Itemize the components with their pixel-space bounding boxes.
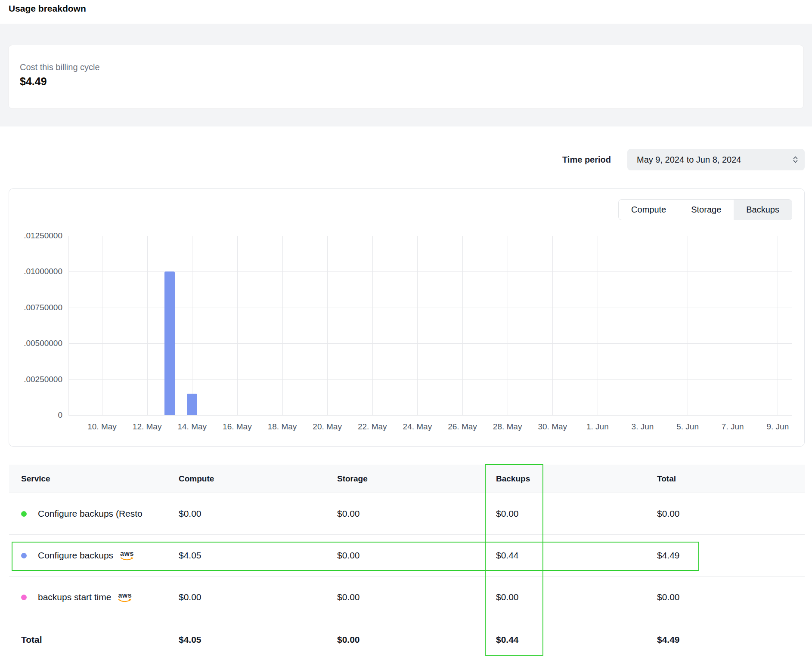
table-row-configure-backups: Configure backups aws $4.05 $0.00 $0.44 … [9, 534, 805, 576]
service-color-dot [21, 595, 27, 600]
chart-bar[interactable] [187, 394, 197, 415]
x-axis-tick-label: 14. May [177, 422, 207, 432]
x-axis-tick-label: 18. May [268, 422, 297, 432]
aws-smile-arrow-icon [118, 599, 131, 603]
x-axis-tick-label: 30. May [538, 422, 567, 432]
tab-group: Compute Storage Backups [618, 199, 792, 220]
h-gridline [68, 379, 792, 380]
h-gridline [68, 236, 792, 236]
x-axis-tick-label: 26. May [448, 422, 477, 432]
x-axis-tick-label: 10. May [87, 422, 117, 432]
select-updown-icon [792, 155, 799, 164]
chart-metric-tabs: Compute Storage Backups [21, 199, 792, 220]
header-backups: Backups [496, 474, 657, 484]
total-row-label: Total [9, 635, 179, 645]
y-axis-tick-label: .00750000 [24, 303, 62, 312]
header-compute: Compute [179, 474, 337, 484]
service-name: Configure backups (Resto [38, 509, 143, 519]
usage-table: Service Compute Storage Backups Total Co… [9, 465, 805, 661]
total-value: $0.00 [657, 592, 805, 602]
x-axis-tick-label: 22. May [358, 422, 387, 432]
total-value: $0.00 [657, 509, 805, 519]
v-gridline [778, 236, 778, 415]
x-axis-tick-label: 28. May [493, 422, 522, 432]
table-total-row: Total $4.05 $0.00 $0.44 $4.49 [9, 618, 805, 661]
x-axis-tick-label: 3. Jun [632, 422, 654, 432]
x-axis-tick-label: 5. Jun [676, 422, 699, 432]
cost-cycle-value: $4.49 [20, 75, 792, 88]
v-gridline [372, 236, 373, 415]
chart-y-axis: .01250000.01000000.00750000.00500000.002… [21, 236, 68, 415]
x-axis-tick-label: 24. May [403, 422, 432, 432]
cost-cycle-label: Cost this billing cycle [20, 62, 792, 72]
h-gridline [68, 308, 792, 308]
storage-value: $0.00 [337, 509, 496, 519]
total-compute: $4.05 [179, 635, 337, 645]
table-row-backups-start-time: backups start time aws $0.00 $0.00 $0.00… [9, 576, 805, 618]
v-gridline [733, 236, 733, 415]
header-total: Total [657, 474, 805, 484]
compute-value: $4.05 [179, 550, 337, 561]
h-gridline [68, 343, 792, 344]
backups-value: $0.44 [496, 550, 657, 561]
v-gridline [282, 236, 283, 415]
x-axis-tick-label: 9. Jun [766, 422, 789, 432]
y-axis-tick-label: .01000000 [24, 267, 62, 276]
header-storage: Storage [337, 474, 496, 484]
service-color-dot [21, 553, 27, 558]
tab-storage[interactable]: Storage [679, 200, 734, 220]
v-gridline [643, 236, 643, 415]
storage-value: $0.00 [337, 592, 496, 602]
usage-breakdown-page: Usage breakdown Cost this billing cycle … [0, 3, 812, 661]
header-service: Service [9, 474, 179, 484]
v-gridline [192, 236, 192, 415]
plot-left-edge-line [68, 236, 69, 415]
tab-compute[interactable]: Compute [619, 200, 679, 220]
total-total: $4.49 [657, 635, 805, 645]
usage-chart-card: Compute Storage Backups .01250000.010000… [9, 188, 805, 447]
x-axis-tick-label: 16. May [223, 422, 252, 432]
time-period-select[interactable]: May 9, 2024 to Jun 8, 2024 [627, 149, 805, 170]
aws-icon: aws [120, 550, 134, 561]
chart-plot [68, 236, 792, 415]
backups-value: $0.00 [496, 592, 657, 602]
total-storage: $0.00 [337, 635, 496, 645]
v-gridline [237, 236, 238, 415]
v-gridline [327, 236, 328, 415]
x-axis-tick-label: 12. May [133, 422, 162, 432]
y-axis-tick-label: .01250000 [24, 231, 62, 240]
v-gridline [508, 236, 508, 415]
y-axis-tick-label: .00500000 [24, 339, 62, 348]
aws-icon: aws [118, 592, 132, 603]
v-gridline [417, 236, 418, 415]
table-header-row: Service Compute Storage Backups Total [9, 465, 805, 493]
h-gridline [68, 271, 792, 272]
billing-summary-band: Cost this billing cycle $4.49 [0, 24, 812, 126]
tab-backups[interactable]: Backups [734, 200, 792, 220]
storage-value: $0.00 [337, 550, 496, 561]
time-period-value: May 9, 2024 to Jun 8, 2024 [637, 155, 792, 165]
usage-bar-chart: .01250000.01000000.00750000.00500000.002… [21, 236, 792, 415]
compute-value: $0.00 [179, 509, 337, 519]
service-color-dot [21, 511, 27, 517]
x-axis-tick-label: 1. Jun [586, 422, 609, 432]
billing-summary-card: Cost this billing cycle $4.49 [8, 45, 804, 109]
v-gridline [147, 236, 148, 415]
y-axis-tick-label: 0 [58, 410, 62, 420]
v-gridline [462, 236, 463, 415]
backups-value: $0.00 [496, 509, 657, 519]
x-axis-tick-label: 7. Jun [722, 422, 744, 432]
v-gridline [688, 236, 688, 415]
x-axis-tick-label: 20. May [313, 422, 342, 432]
v-gridline [598, 236, 598, 415]
page-title: Usage breakdown [9, 3, 812, 14]
v-gridline [102, 236, 102, 415]
y-axis-tick-label: .00250000 [24, 375, 62, 384]
service-name: backups start time [38, 592, 111, 602]
compute-value: $0.00 [179, 592, 337, 602]
chart-bar[interactable] [164, 271, 175, 415]
h-gridline [68, 415, 792, 416]
table-row-configure-backups-restore: Configure backups (Resto $0.00 $0.00 $0.… [9, 493, 805, 534]
total-backups: $0.44 [496, 635, 657, 645]
service-name: Configure backups [38, 550, 113, 561]
